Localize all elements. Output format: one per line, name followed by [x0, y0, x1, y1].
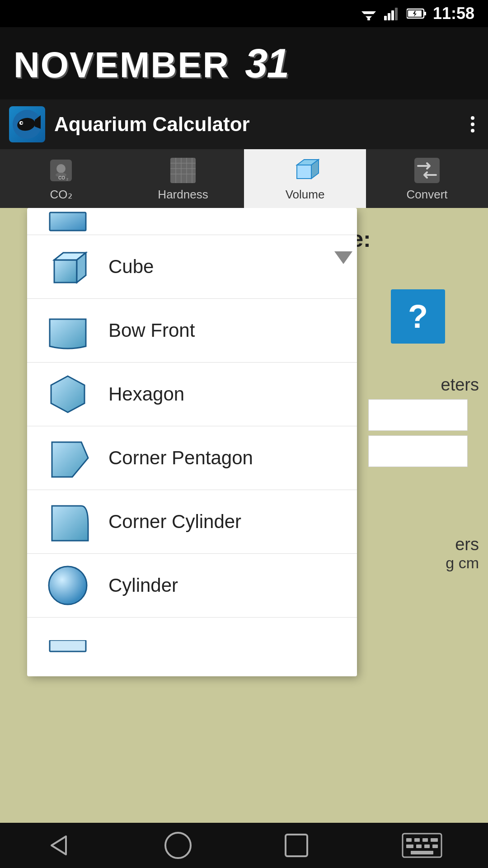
svg-marker-30: [297, 165, 311, 179]
status-time: 11:58: [433, 4, 474, 23]
status-bar: 11:58: [0, 0, 488, 27]
svg-text:CO: CO: [58, 175, 65, 180]
svg-rect-41: [50, 640, 86, 651]
brand-logo: NOVEMBER 31: [14, 40, 288, 87]
tab-co2-label: CO₂: [50, 188, 72, 202]
input-field-2[interactable]: [368, 435, 468, 467]
corner-pentagon-icon-container: [41, 435, 95, 481]
right-unit-label-ers: ers: [352, 535, 483, 554]
svg-rect-4: [384, 16, 387, 20]
bow-front-icon-container: [41, 308, 95, 353]
recent-icon: [284, 833, 309, 858]
svg-text:2: 2: [66, 178, 68, 181]
dropdown-item-hexagon[interactable]: Hexagon: [27, 363, 357, 426]
dropdown-item-corner-pentagon[interactable]: Corner Pentagon: [27, 426, 357, 490]
dropdown-item-cube[interactable]: Cube: [27, 235, 357, 299]
svg-rect-52: [424, 844, 430, 848]
cube-label: Cube: [108, 256, 154, 278]
back-icon: [48, 834, 70, 857]
nav-home-button[interactable]: [162, 830, 194, 861]
right-unit-label: eters: [352, 375, 483, 395]
svg-rect-33: [414, 158, 440, 183]
convert-icon: [413, 156, 441, 185]
svg-rect-6: [391, 10, 394, 20]
cylinder-shape-icon: [45, 563, 90, 608]
tab-hardness-label: Hardness: [158, 188, 208, 202]
shape-dropdown: Cube Bow Front: [27, 208, 357, 676]
overflow-dot-2: [471, 123, 474, 126]
wifi-icon: [360, 7, 378, 20]
bow-front-shape-icon: [45, 308, 90, 353]
main-content: Select aquarium shape: ? eters ers g cm: [0, 208, 488, 827]
overflow-menu-button[interactable]: [466, 112, 479, 137]
home-icon: [164, 831, 192, 860]
corner-cylinder-shape-icon: [45, 499, 90, 544]
hexagon-shape-icon: [45, 372, 90, 417]
corner-cylinder-label: Corner Cylinder: [108, 511, 241, 533]
cylinder-label: Cylinder: [108, 575, 178, 596]
convert-tab-icon-container: [413, 156, 441, 185]
svg-rect-46: [406, 838, 412, 842]
overflow-dot-1: [471, 116, 474, 120]
brand-bar: NOVEMBER 31: [0, 27, 488, 99]
volume-icon: [291, 156, 319, 185]
nav-recent-button[interactable]: [281, 830, 312, 861]
dropdown-item-bow-front[interactable]: Bow Front: [27, 299, 357, 363]
svg-point-40: [49, 566, 87, 604]
svg-rect-44: [286, 835, 307, 856]
tab-bar: CO 2 CO₂ Hardness: [0, 149, 488, 208]
svg-rect-50: [406, 844, 413, 848]
tab-convert[interactable]: Convert: [366, 149, 488, 208]
help-question-mark: ?: [408, 298, 428, 335]
corner-pentagon-label: Corner Pentagon: [108, 447, 253, 469]
svg-rect-51: [416, 844, 422, 848]
right-side-panel: ? eters ers g cm: [348, 208, 488, 581]
volume-tab-icon-container: [291, 156, 319, 185]
cube-icon-container: [41, 244, 95, 289]
svg-rect-47: [414, 838, 420, 842]
svg-rect-34: [50, 212, 86, 231]
svg-rect-7: [395, 8, 398, 20]
svg-point-16: [21, 122, 23, 124]
co2-icon: CO 2: [47, 156, 75, 185]
fish-icon: [11, 108, 43, 140]
svg-point-43: [165, 833, 191, 858]
overflow-dot-3: [471, 129, 474, 132]
dropdown-item-extra-partial[interactable]: [27, 618, 357, 676]
svg-rect-54: [411, 851, 433, 854]
corner-cylinder-icon-container: [41, 499, 95, 544]
tab-volume-label: Volume: [286, 188, 325, 202]
svg-rect-49: [431, 838, 438, 842]
tab-volume[interactable]: Volume: [244, 149, 366, 208]
svg-rect-5: [388, 13, 390, 20]
hexagon-label: Hexagon: [108, 383, 184, 405]
input-field-1[interactable]: [368, 399, 468, 431]
extra-shape-icon-partial: [41, 624, 95, 670]
dropdown-chevron-down-icon: [334, 251, 352, 264]
nav-bar: [0, 823, 488, 868]
svg-rect-53: [432, 844, 438, 848]
dropdown-item-cylinder[interactable]: Cylinder: [27, 554, 357, 618]
svg-point-18: [56, 164, 66, 173]
signal-icon: [384, 7, 400, 20]
tab-hardness[interactable]: Hardness: [122, 149, 244, 208]
co2-tab-icon-container: CO 2: [47, 156, 75, 185]
cube-shape-icon: [47, 246, 88, 287]
bow-front-label: Bow Front: [108, 320, 195, 341]
nav-keyboard-button[interactable]: [399, 830, 445, 861]
help-button[interactable]: ?: [391, 289, 445, 344]
hardness-tab-icon-container: [169, 156, 197, 185]
keyboard-icon: [402, 833, 442, 858]
app-icon: [9, 106, 45, 142]
dropdown-arrow-area[interactable]: [330, 244, 357, 271]
nav-back-button[interactable]: [43, 830, 75, 861]
svg-rect-9: [424, 12, 426, 15]
cylinder-icon-container: [41, 563, 95, 608]
hexagon-icon-container: [41, 372, 95, 417]
dropdown-item-rectangle-partial[interactable]: [27, 208, 357, 235]
rectangle-icon-partial: [41, 208, 95, 235]
dropdown-item-corner-cylinder[interactable]: Corner Cylinder: [27, 490, 357, 554]
tab-co2[interactable]: CO 2 CO₂: [0, 149, 122, 208]
app-title-bar: Aquarium Calculator: [0, 99, 488, 149]
corner-pentagon-shape-icon: [45, 435, 90, 481]
